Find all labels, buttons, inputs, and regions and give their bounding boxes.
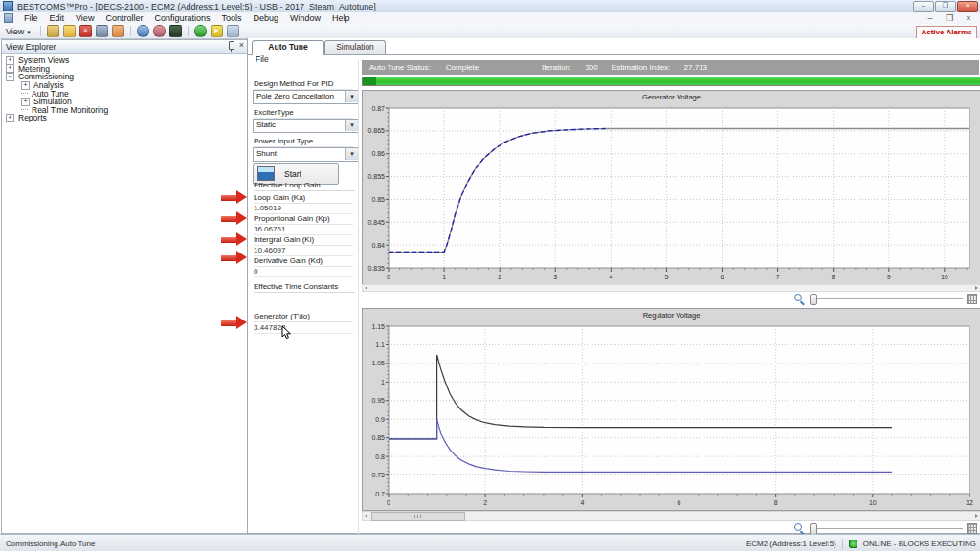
svg-text:0.7: 0.7 — [375, 491, 385, 497]
svg-text:4: 4 — [580, 499, 584, 506]
zoom-slider-track[interactable] — [812, 298, 963, 299]
regulator-voltage-chart: 0.70.750.80.850.90.9511.051.11.150246810… — [363, 321, 976, 508]
menu-bar: File Edit View Controller Configurations… — [0, 12, 980, 24]
svg-text:0.845: 0.845 — [368, 219, 385, 226]
svg-text:0.855: 0.855 — [368, 173, 385, 180]
active-alarms-button[interactable]: Active Alarms — [916, 26, 977, 39]
tree-item-reports[interactable]: Reports — [6, 114, 247, 122]
svg-text:0.8: 0.8 — [375, 453, 385, 460]
svg-text:6: 6 — [721, 274, 724, 280]
expand-icon[interactable] — [21, 81, 30, 90]
generator-tdo-value: 3.447828 — [254, 323, 353, 334]
menu-file[interactable]: File — [18, 13, 44, 23]
settings-gear-icon[interactable] — [137, 25, 149, 37]
svg-text:0.87: 0.87 — [371, 105, 385, 112]
svg-text:0.84: 0.84 — [371, 242, 385, 249]
mdi-minimize-button[interactable]: – — [924, 13, 936, 23]
refresh-icon[interactable] — [47, 25, 59, 37]
svg-text:0: 0 — [387, 499, 390, 506]
annotation-arrow-derivative-gain — [221, 251, 247, 265]
svg-text:5: 5 — [664, 274, 668, 280]
menu-window[interactable]: Window — [284, 13, 326, 23]
iteration-value: 300 — [585, 63, 597, 72]
run-icon[interactable]: ▸ — [211, 25, 223, 37]
tree-leaf-connector — [21, 93, 28, 95]
close-button[interactable] — [957, 1, 978, 12]
status-device: ECM2 (Address:1 Level:5) — [746, 540, 836, 548]
menu-configurations[interactable]: Configurations — [148, 13, 215, 23]
restore-button[interactable] — [935, 1, 956, 12]
copy-icon[interactable] — [227, 25, 239, 37]
chevron-down-icon — [345, 148, 358, 160]
panel-close-icon[interactable]: × — [239, 41, 244, 50]
expand-icon[interactable] — [21, 98, 30, 106]
child-menu-file[interactable]: File — [256, 55, 269, 64]
chevron-down-icon — [345, 91, 358, 102]
svg-text:0.75: 0.75 — [371, 472, 385, 478]
menu-controller[interactable]: Controller — [100, 13, 148, 23]
tree-leaf-connector — [21, 109, 28, 111]
chart1-scrollbar[interactable] — [362, 284, 980, 292]
iteration-label: Iteration: — [542, 63, 571, 72]
menu-debug[interactable]: Debug — [247, 13, 284, 23]
loop-gain-value: 1.05019 — [254, 204, 353, 214]
svg-text:1: 1 — [381, 379, 385, 386]
chevron-down-icon — [345, 120, 358, 131]
design-method-select[interactable]: Pole Zero Cancellation — [253, 90, 359, 104]
generator-voltage-chart: 0.8350.840.8450.850.8550.860.8650.870123… — [363, 103, 976, 282]
svg-text:0.86: 0.86 — [371, 150, 385, 157]
exciter-type-select[interactable]: Static — [253, 119, 359, 133]
menu-help[interactable]: Help — [326, 13, 356, 23]
view-dropdown-button[interactable]: View — [0, 27, 36, 36]
scroll-right-icon[interactable] — [975, 514, 978, 518]
svg-text:1.1: 1.1 — [375, 342, 385, 348]
metering-icon[interactable] — [153, 25, 166, 37]
svg-text:2: 2 — [498, 274, 501, 280]
chart-expand-icon[interactable] — [967, 294, 977, 304]
pin-icon[interactable] — [229, 41, 234, 50]
svg-text:0.85: 0.85 — [371, 434, 385, 441]
connect-icon[interactable] — [194, 25, 207, 37]
traffic-light-icon[interactable] — [169, 25, 182, 37]
mdi-child-icon — [4, 13, 13, 23]
zoom-slider-thumb[interactable] — [810, 294, 817, 305]
menu-view[interactable]: View — [70, 13, 100, 23]
svg-text:1: 1 — [442, 274, 446, 280]
scrollbar-thumb[interactable] — [371, 512, 465, 521]
minimize-button[interactable] — [913, 1, 934, 12]
power-input-select[interactable]: Shunt — [253, 147, 359, 162]
effective-time-constants-header: Effective Time Constants — [254, 282, 355, 293]
tab-simulation[interactable]: Simulation — [324, 40, 386, 54]
chart1-zoom-controls — [362, 292, 979, 305]
svg-text:0.95: 0.95 — [371, 397, 385, 404]
svg-text:0.9: 0.9 — [375, 416, 385, 423]
scroll-left-icon[interactable] — [365, 286, 368, 290]
chart2-scrollbar[interactable] — [362, 511, 980, 521]
exciter-type-label: ExciterType — [254, 108, 353, 119]
loop-gain-label: Loop Gain (Ka) — [254, 193, 353, 204]
chart-expand-icon[interactable] — [967, 523, 977, 534]
save-icon[interactable] — [96, 25, 108, 37]
auto-tune-status-label: Auto Tune Status: — [369, 63, 431, 72]
collapse-icon[interactable] — [6, 73, 14, 81]
svg-text:0.835: 0.835 — [368, 265, 385, 272]
online-icon — [849, 540, 858, 548]
open-file-icon[interactable] — [63, 25, 76, 37]
expand-icon[interactable] — [6, 114, 14, 122]
annotation-arrow-generator-tdo — [221, 316, 247, 330]
export-icon[interactable] — [112, 25, 124, 37]
scroll-right-icon[interactable] — [975, 286, 978, 290]
toolbar: View × ▸ — [0, 24, 980, 39]
menu-tools[interactable]: Tools — [215, 13, 247, 23]
generator-voltage-chart-title: Generator Voltage — [363, 91, 980, 103]
close-file-icon[interactable]: × — [79, 25, 92, 37]
svg-text:2: 2 — [483, 499, 487, 506]
zoom-slider-track[interactable] — [812, 528, 963, 529]
tab-auto-tune[interactable]: Auto Tune — [252, 40, 324, 55]
view-explorer-panel: View Explorer × System Views Metering Co… — [1, 39, 248, 534]
menu-edit[interactable]: Edit — [44, 13, 71, 23]
scroll-left-icon[interactable] — [365, 514, 368, 518]
mdi-restore-button[interactable]: ❒ — [944, 13, 955, 23]
mdi-close-button[interactable]: × — [963, 13, 974, 23]
tree-item-real-time-monitoring[interactable]: Real Time Monitoring — [21, 106, 247, 115]
